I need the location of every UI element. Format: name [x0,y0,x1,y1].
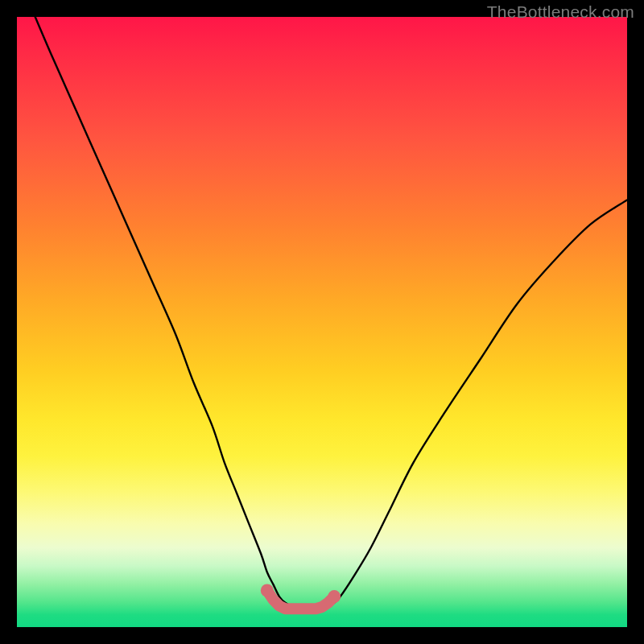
bump-markers [261,584,341,609]
bump-dot [328,590,341,603]
bump-dot [261,584,274,597]
watermark-text: TheBottleneck.com [487,2,634,22]
plot-area [17,17,627,627]
bottleneck-curve [35,17,627,609]
chart-stage: TheBottleneck.com [0,0,644,644]
curve-layer [17,17,627,627]
